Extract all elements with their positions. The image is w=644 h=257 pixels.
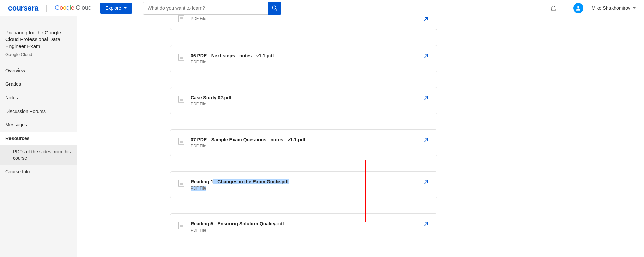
search-input[interactable]	[143, 2, 268, 15]
file-info: Reading 5 - Ensuring Solution Quality.pd…	[191, 221, 417, 233]
file-name: Reading 1 - Changes in the Exam Guide.pd…	[191, 179, 417, 184]
user-icon	[575, 5, 581, 11]
explore-button[interactable]: Explore	[100, 3, 132, 14]
file-card[interactable]: Case Study 02.pdfPDF File	[170, 87, 437, 114]
file-card[interactable]: PDF File	[170, 16, 437, 30]
search-icon	[272, 5, 278, 11]
user-menu[interactable]: Mike Shakhomirov	[592, 5, 636, 11]
open-external-icon[interactable]	[423, 137, 429, 143]
course-subtitle: Google Cloud	[5, 52, 72, 57]
svg-line-1	[275, 9, 277, 11]
search-button[interactable]	[268, 2, 281, 15]
file-name: 07 PDE - Sample Exam Questions - notes -…	[191, 137, 417, 142]
file-list: PDF File06 PDE - Next steps - notes - v1…	[170, 16, 437, 240]
file-card[interactable]: Reading 5 - Ensuring Solution Quality.pd…	[170, 213, 437, 240]
file-card[interactable]: 06 PDE - Next steps - notes - v1.1.pdfPD…	[170, 45, 437, 72]
file-info: Reading 1 - Changes in the Exam Guide.pd…	[191, 179, 417, 191]
sidebar-item-messages[interactable]: Messages	[0, 118, 77, 132]
search-wrap	[143, 2, 281, 15]
chevron-down-icon	[632, 6, 636, 10]
course-title[interactable]: Preparing for the Google Cloud Professio…	[5, 29, 72, 50]
google-cloud-logo[interactable]: GoogleCloud	[55, 4, 92, 12]
file-type: PDF File	[191, 144, 417, 149]
document-icon	[178, 222, 184, 229]
file-type: PDF File	[191, 186, 417, 191]
open-external-icon[interactable]	[423, 95, 429, 101]
document-icon	[178, 54, 184, 61]
main-content: PDF File06 PDE - Next steps - notes - v1…	[77, 16, 644, 257]
sidebar-subitem[interactable]: PDFs of the slides from this course	[0, 145, 77, 165]
file-card[interactable]: Reading 1 - Changes in the Exam Guide.pd…	[170, 171, 437, 198]
sidebar-nav: OverviewGradesNotesDiscussion ForumsMess…	[0, 64, 77, 178]
sidebar-item-overview[interactable]: Overview	[0, 64, 77, 77]
document-icon	[178, 96, 184, 103]
svg-point-2	[577, 6, 579, 8]
chevron-down-icon	[124, 6, 127, 10]
sidebar: Preparing for the Google Cloud Professio…	[0, 16, 77, 257]
explore-label: Explore	[105, 5, 121, 11]
document-icon	[178, 15, 184, 22]
open-external-icon[interactable]	[423, 221, 429, 227]
divider	[46, 5, 47, 12]
sidebar-item-grades[interactable]: Grades	[0, 77, 77, 91]
file-info: Case Study 02.pdfPDF File	[191, 95, 417, 106]
file-type: PDF File	[191, 16, 417, 21]
open-external-icon[interactable]	[423, 16, 429, 22]
divider	[565, 5, 565, 12]
open-external-icon[interactable]	[423, 179, 429, 185]
file-name: Case Study 02.pdf	[191, 95, 417, 100]
layout: Preparing for the Google Cloud Professio…	[0, 16, 644, 257]
course-header: Preparing for the Google Cloud Professio…	[0, 29, 77, 64]
file-type: PDF File	[191, 228, 417, 233]
coursera-logo[interactable]: coursera	[8, 4, 38, 13]
file-info: PDF File	[191, 16, 417, 21]
file-name: Reading 5 - Ensuring Solution Quality.pd…	[191, 221, 417, 226]
sidebar-item-discussion-forums[interactable]: Discussion Forums	[0, 104, 77, 118]
svg-point-0	[272, 6, 276, 9]
sidebar-item-notes[interactable]: Notes	[0, 91, 77, 104]
file-type: PDF File	[191, 60, 417, 64]
file-card[interactable]: 07 PDE - Sample Exam Questions - notes -…	[170, 129, 437, 156]
file-info: 06 PDE - Next steps - notes - v1.1.pdfPD…	[191, 53, 417, 64]
sidebar-item-course-info[interactable]: Course Info	[0, 165, 77, 178]
file-type: PDF File	[191, 102, 417, 106]
user-name-label: Mike Shakhomirov	[592, 5, 630, 11]
open-external-icon[interactable]	[423, 53, 429, 59]
file-info: 07 PDE - Sample Exam Questions - notes -…	[191, 137, 417, 149]
document-icon	[178, 138, 184, 145]
file-name: 06 PDE - Next steps - notes - v1.1.pdf	[191, 53, 417, 58]
document-icon	[178, 180, 184, 187]
sidebar-item-resources[interactable]: Resources	[0, 132, 77, 145]
notifications-icon[interactable]	[550, 5, 557, 12]
avatar[interactable]	[573, 3, 583, 13]
header: coursera GoogleCloud Explore Mike Shakho…	[0, 0, 644, 16]
